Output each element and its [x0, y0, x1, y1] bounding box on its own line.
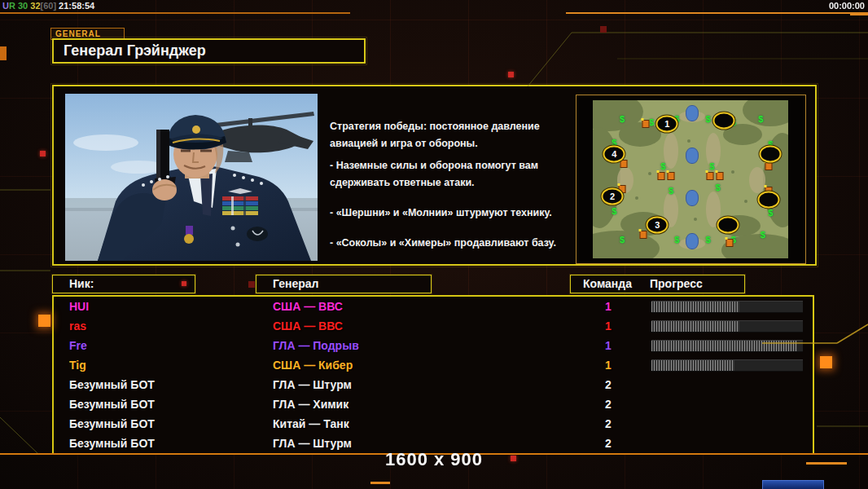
header-nick: Ник:	[52, 275, 195, 293]
player-nick: HUI	[69, 300, 89, 313]
supply-dock-icon: $	[620, 236, 625, 244]
player-general: ГЛА — Штурм	[273, 437, 352, 450]
supply-dock-icon: $	[612, 207, 616, 215]
player-rows: HUIСША — ВВС1rasСША — ВВС1FreГЛА — Подры…	[54, 297, 813, 453]
oil-derrick-icon	[717, 172, 724, 180]
player-nick: Fre	[69, 339, 87, 352]
player-team: 2	[596, 398, 620, 411]
supply-dock-icon: $	[761, 231, 765, 239]
oil-derrick-icon	[668, 172, 675, 180]
progress-fill	[651, 360, 734, 371]
player-team: 1	[596, 339, 620, 352]
player-row: Безумный БОТГЛА — Химик2	[54, 394, 813, 414]
strategy-paragraph: - Наземные силы и оборона помогут вам сд…	[330, 157, 574, 192]
progress-fill	[651, 321, 739, 332]
player-general: ГЛА — Химик	[273, 398, 349, 411]
supply-dock-icon: $	[669, 187, 673, 195]
accent-square	[182, 281, 186, 286]
minimap-terrain: $$$$$$$$$$$$$$$$$$$1423	[593, 100, 788, 258]
accent-square	[511, 456, 516, 461]
progress-bar	[651, 359, 803, 372]
accent-square	[38, 315, 50, 327]
accent-square	[820, 356, 832, 368]
lake	[686, 105, 699, 121]
player-general: США — ВВС	[273, 319, 343, 333]
resolution-label: 1600 x 900	[385, 449, 483, 470]
accent-dash	[850, 13, 868, 15]
header-general: Генерал	[256, 275, 432, 293]
player-row: Безумный БОТГЛА — Штурм2	[54, 375, 813, 394]
oil-derrick-icon	[640, 231, 647, 239]
supply-dock-icon: $	[716, 183, 721, 192]
strategy-text: Стратегия победы: постоянное давление ав…	[330, 118, 574, 265]
start-position	[712, 112, 734, 130]
player-team: 1	[596, 359, 620, 372]
header-progress-label: Прогресс	[650, 277, 703, 290]
player-team: 2	[596, 417, 620, 430]
accent-dash	[370, 482, 390, 484]
player-general: ГЛА — Штурм	[273, 378, 352, 391]
supply-dock-icon: $	[706, 236, 711, 244]
player-general: США — Кибер	[273, 359, 353, 372]
player-row: rasСША — ВВС1	[54, 316, 813, 336]
player-team: 2	[596, 378, 620, 391]
strategy-paragraph: - «Шершни» и «Молнии» штурмуют технику.	[330, 205, 574, 222]
oil-derrick-icon	[726, 239, 734, 247]
header-team-progress: КомандаПрогресс	[570, 275, 745, 293]
lake	[686, 148, 699, 164]
player-row: FreГЛА — Подрыв1	[54, 336, 813, 355]
supply-dock-icon: $	[660, 162, 665, 170]
player-nick: Безумный БОТ	[69, 378, 155, 391]
start-position-4: 4	[603, 145, 625, 162]
player-row: TigСША — Кибер1	[54, 355, 813, 375]
general-portrait	[65, 94, 318, 261]
start-position	[760, 145, 782, 162]
progress-fill	[651, 302, 739, 312]
player-nick: Безумный БОТ	[69, 417, 155, 430]
loading-screen: UR 30 32[60] 21:58:54 00:00:00 GENERAL Г…	[0, 0, 868, 489]
supply-dock-icon: $	[768, 209, 773, 217]
lake	[686, 190, 699, 206]
supply-dock-icon: $	[709, 162, 714, 170]
minimap: $$$$$$$$$$$$$$$$$$$1423	[576, 95, 806, 264]
general-info-panel: Стратегия победы: постоянное давление ав…	[52, 85, 817, 266]
general-title: Генерал Грэйнджер	[52, 38, 366, 64]
oil-derrick-icon	[658, 172, 665, 180]
header-team-label: Команда	[583, 277, 632, 290]
player-team: 1	[596, 319, 620, 333]
player-row: HUIСША — ВВС1	[54, 297, 813, 316]
top-left-divider	[0, 12, 350, 14]
lake	[686, 233, 699, 249]
supply-dock-icon: $	[620, 115, 625, 123]
top-right-divider	[566, 12, 868, 14]
supply-dock-icon: $	[706, 115, 711, 123]
start-position	[758, 192, 780, 209]
start-position-2: 2	[602, 188, 624, 205]
debug-readout: UR 30 32[60] 21:58:54	[2, 1, 94, 11]
start-position	[717, 217, 739, 234]
start-position-3: 3	[647, 217, 669, 234]
accent-square	[40, 151, 46, 156]
supply-dock-icon: $	[674, 236, 679, 244]
oil-derrick-icon	[707, 172, 714, 180]
player-nick: ras	[69, 319, 86, 333]
player-general: США — ВВС	[273, 300, 343, 313]
player-row: Безумный БОТКитай — Танк2	[54, 414, 813, 434]
accent-square	[248, 281, 255, 288]
player-nick: Безумный БОТ	[69, 437, 155, 450]
player-team: 1	[596, 300, 620, 313]
player-table: HUIСША — ВВС1rasСША — ВВС1FreГЛА — Подры…	[52, 295, 814, 455]
strategy-paragraph: - «Соколы» и «Химеры» продавливают базу.	[330, 235, 574, 252]
supply-dock-icon: $	[758, 115, 763, 123]
accent-square	[600, 26, 607, 33]
player-nick: Tig	[69, 359, 86, 372]
left-edge-marker	[0, 46, 7, 60]
player-general: ГЛА — Подрыв	[273, 339, 359, 352]
progress-fill	[651, 341, 797, 351]
strategy-paragraph: Стратегия победы: постоянное давление ав…	[330, 118, 574, 152]
accent-dash	[806, 462, 847, 465]
match-timer: 00:00:00	[829, 1, 865, 11]
player-nick: Безумный БОТ	[69, 398, 155, 411]
oil-derrick-icon	[765, 162, 773, 170]
bottom-right-badge	[762, 480, 824, 489]
